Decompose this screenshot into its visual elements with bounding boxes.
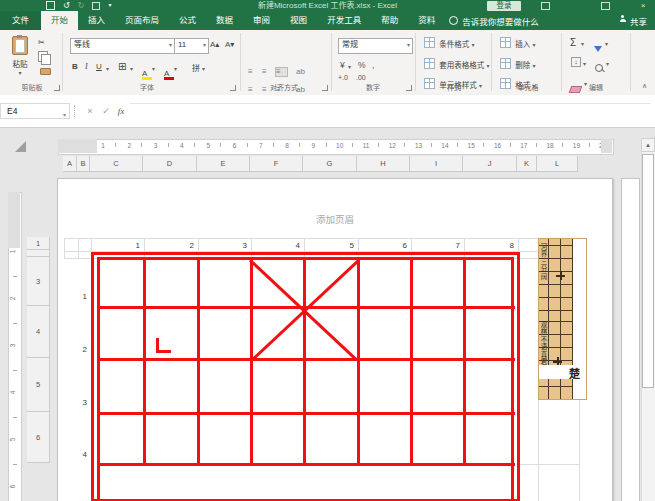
- sort-filter-dropdown-icon[interactable]: ▾: [605, 40, 608, 47]
- increase-decimal-icon[interactable]: +.0: [338, 74, 348, 81]
- worksheet-page[interactable]: 添加页眉 123456781234 河界三分阔 观棋不语真君子 楚: [57, 178, 613, 501]
- row-header-5[interactable]: 5: [27, 358, 50, 412]
- clipboard-dialog-launcher-icon[interactable]: [54, 85, 60, 91]
- find-dropdown-icon[interactable]: ▾: [606, 60, 609, 67]
- board-column-number-cell[interactable]: 3: [221, 241, 247, 250]
- phonetic-dropdown-icon[interactable]: ▾: [202, 65, 205, 72]
- cancel-formula-icon[interactable]: ×: [82, 103, 98, 119]
- currency-format-icon[interactable]: ¥: [340, 60, 345, 70]
- column-header-E[interactable]: E: [197, 156, 250, 172]
- board-column-number-cell[interactable]: 2: [168, 241, 194, 250]
- share-button[interactable]: 共享: [620, 11, 647, 30]
- column-header-B[interactable]: B: [77, 156, 90, 172]
- shrink-font-icon[interactable]: A▾: [225, 40, 234, 49]
- comma-style-icon[interactable]: ,: [372, 60, 374, 70]
- select-all-corner-icon[interactable]: [15, 141, 26, 152]
- align-icon[interactable]: ≡: [248, 68, 259, 76]
- borders-icon[interactable]: ⊞: [118, 61, 126, 72]
- board-row-number-cell[interactable]: 1: [65, 292, 87, 301]
- borders-dropdown-icon[interactable]: ▾: [130, 65, 133, 72]
- font-dialog-launcher-icon[interactable]: [230, 85, 236, 91]
- font-color-dropdown-icon[interactable]: ▾: [174, 65, 177, 72]
- row-header-1[interactable]: 1: [27, 237, 50, 250]
- font-size-combo[interactable]: 11▾: [174, 38, 209, 54]
- alignment-dialog-launcher-icon[interactable]: [322, 85, 328, 91]
- column-header-L[interactable]: L: [537, 156, 578, 172]
- conditional-formatting-button[interactable]: 条件格式 ▾: [424, 37, 474, 49]
- column-header-I[interactable]: I: [410, 156, 463, 172]
- currency-dropdown-icon[interactable]: ▾: [348, 63, 351, 70]
- sort-filter-icon[interactable]: [594, 38, 602, 56]
- tab-view[interactable]: 视图: [280, 11, 317, 30]
- board-column-number-cell[interactable]: 8: [488, 241, 514, 250]
- paste-dropdown-icon[interactable]: ▾: [12, 69, 28, 76]
- row-header-3[interactable]: 3: [27, 257, 50, 306]
- fill-color-button[interactable]: A: [142, 62, 147, 80]
- sign-in-button[interactable]: 登录: [487, 1, 521, 11]
- tab-data[interactable]: 数据: [206, 11, 243, 30]
- scrollbar-up-arrow-icon[interactable]: ▲: [641, 138, 655, 152]
- fill-dropdown-icon[interactable]: ▾: [583, 60, 586, 67]
- column-header-A[interactable]: A: [63, 156, 77, 172]
- row-header-6[interactable]: 6: [27, 412, 50, 463]
- orientation-icon[interactable]: ab: [296, 68, 307, 76]
- cut-icon[interactable]: ✂: [38, 38, 45, 47]
- font-color-button[interactable]: A: [164, 62, 169, 80]
- board-row-number-cell[interactable]: 3: [65, 398, 87, 407]
- board-column-number-cell[interactable]: 4: [274, 241, 300, 250]
- grow-font-icon[interactable]: A▴: [210, 40, 219, 49]
- column-header-C[interactable]: C: [90, 156, 143, 172]
- tab-review[interactable]: 审阅: [243, 11, 280, 30]
- tab-home[interactable]: 开始: [41, 11, 78, 30]
- tab-help[interactable]: 帮助: [371, 11, 408, 30]
- font-name-combo[interactable]: 等线▾: [70, 38, 175, 54]
- insert-function-icon[interactable]: fx: [113, 103, 129, 119]
- number-dialog-launcher-icon[interactable]: [406, 85, 412, 91]
- format-painter-icon[interactable]: [40, 68, 51, 75]
- tab-formulas[interactable]: 公式: [169, 11, 206, 30]
- formula-bar-divider[interactable]: [74, 105, 77, 117]
- row-header-2[interactable]: [27, 250, 50, 257]
- format-as-table-button[interactable]: 套用表格格式 ▾: [424, 58, 489, 70]
- phonetic-guide-icon[interactable]: 拼: [192, 62, 200, 73]
- column-header-G[interactable]: G: [303, 156, 357, 172]
- column-header-D[interactable]: D: [143, 156, 197, 172]
- tab-developer[interactable]: 开发工具: [317, 11, 371, 30]
- collapse-ribbon-icon[interactable]: ∧: [642, 82, 647, 90]
- vertical-scrollbar-thumb[interactable]: [642, 154, 654, 388]
- board-row-number-cell[interactable]: 4: [65, 450, 87, 459]
- board-column-number-cell[interactable]: 5: [328, 241, 354, 250]
- board-column-number-cell[interactable]: 7: [434, 241, 460, 250]
- underline-button[interactable]: U: [96, 62, 102, 71]
- xiangqi-reference-image[interactable]: 河界三分阔 观棋不语真君子 楚: [538, 238, 587, 400]
- enter-formula-icon[interactable]: ✓: [98, 103, 114, 119]
- column-header-H[interactable]: H: [357, 156, 410, 172]
- fill-color-dropdown-icon[interactable]: ▾: [152, 65, 155, 72]
- ribbon-display-options-icon[interactable]: [538, 0, 552, 11]
- tab-file[interactable]: 文件: [0, 11, 41, 30]
- percent-style-icon[interactable]: %: [358, 60, 366, 70]
- fill-down-icon[interactable]: ↓: [571, 57, 581, 67]
- tab-page-layout[interactable]: 页面布局: [115, 11, 169, 30]
- column-header-K[interactable]: K: [517, 156, 537, 172]
- insert-cells-button[interactable]: 插入 ▾: [500, 37, 535, 49]
- find-select-icon[interactable]: [595, 58, 603, 76]
- number-format-combo[interactable]: 常规▾: [338, 38, 413, 54]
- align-icon[interactable]: ≡: [276, 68, 287, 76]
- board-column-number-cell[interactable]: 1: [114, 241, 140, 250]
- bold-button[interactable]: B: [72, 62, 78, 71]
- autosum-dropdown-icon[interactable]: ▾: [581, 40, 584, 47]
- delete-cells-button[interactable]: 删除 ▾: [500, 58, 535, 70]
- paste-button[interactable]: 粘贴 ▾: [12, 36, 28, 76]
- row-header-4[interactable]: 4: [27, 306, 50, 358]
- board-column-number-cell[interactable]: 6: [381, 241, 407, 250]
- italic-button[interactable]: I: [85, 62, 88, 71]
- tab-extra[interactable]: 资料: [408, 11, 445, 30]
- align-icon[interactable]: ≡: [262, 68, 273, 76]
- formula-input[interactable]: [130, 103, 650, 120]
- add-header-placeholder[interactable]: 添加页眉: [58, 212, 612, 226]
- name-box-dropdown-icon[interactable]: ▾: [63, 108, 66, 123]
- column-header-J[interactable]: J: [463, 156, 517, 172]
- tell-me-box[interactable]: 告诉我你想要做什么: [445, 11, 539, 30]
- column-header-F[interactable]: F: [250, 156, 303, 172]
